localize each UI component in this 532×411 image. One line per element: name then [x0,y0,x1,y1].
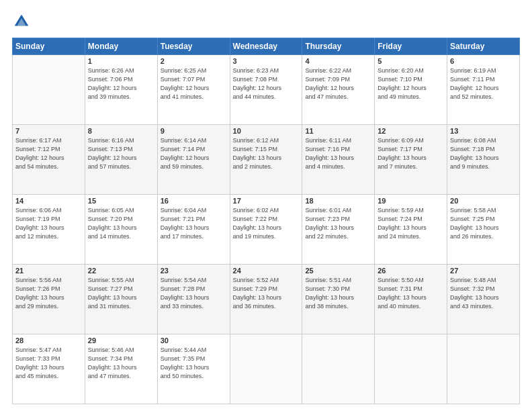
day-number: 3 [233,57,300,65]
cell-info: Sunrise: 5:44 AM Sunset: 7:35 PM Dayligh… [161,346,227,381]
calendar-cell: 12Sunrise: 6:09 AM Sunset: 7:17 PM Dayli… [375,125,447,195]
weekday-header-row: SundayMondayTuesdayWednesdayThursdayFrid… [13,38,520,55]
calendar-cell: 26Sunrise: 5:50 AM Sunset: 7:31 PM Dayli… [375,265,447,334]
calendar-cell: 2Sunrise: 6:25 AM Sunset: 7:07 PM Daylig… [157,55,230,125]
calendar-cell [375,334,447,404]
day-number: 25 [305,267,371,275]
calendar-cell: 1Sunrise: 6:26 AM Sunset: 7:06 PM Daylig… [85,55,157,125]
calendar-cell: 29Sunrise: 5:46 AM Sunset: 7:34 PM Dayli… [85,334,157,404]
cell-info: Sunrise: 6:17 AM Sunset: 7:12 PM Dayligh… [15,136,82,171]
calendar-cell: 16Sunrise: 6:04 AM Sunset: 7:21 PM Dayli… [157,195,230,265]
cell-info: Sunrise: 6:23 AM Sunset: 7:08 PM Dayligh… [233,66,300,101]
calendar-cell: 20Sunrise: 5:58 AM Sunset: 7:25 PM Dayli… [447,195,520,265]
day-number: 16 [161,197,227,205]
calendar-cell: 19Sunrise: 5:59 AM Sunset: 7:24 PM Dayli… [375,195,447,265]
calendar-cell: 17Sunrise: 6:02 AM Sunset: 7:22 PM Dayli… [230,195,302,265]
cell-info: Sunrise: 6:09 AM Sunset: 7:17 PM Dayligh… [378,136,444,171]
cell-info: Sunrise: 6:06 AM Sunset: 7:19 PM Dayligh… [15,206,82,241]
cell-info: Sunrise: 5:58 AM Sunset: 7:25 PM Dayligh… [450,206,517,241]
calendar-cell: 8Sunrise: 6:16 AM Sunset: 7:13 PM Daylig… [85,125,157,195]
day-number: 10 [233,127,300,135]
day-number: 27 [450,267,517,275]
calendar-week-row: 14Sunrise: 6:06 AM Sunset: 7:19 PM Dayli… [13,195,520,265]
calendar-cell: 28Sunrise: 5:47 AM Sunset: 7:33 PM Dayli… [13,334,85,404]
calendar-cell: 4Sunrise: 6:22 AM Sunset: 7:09 PM Daylig… [302,55,375,125]
weekday-header-thursday: Thursday [302,38,375,55]
calendar-cell: 23Sunrise: 5:54 AM Sunset: 7:28 PM Dayli… [157,265,230,334]
cell-info: Sunrise: 6:12 AM Sunset: 7:15 PM Dayligh… [233,136,300,171]
weekday-header-wednesday: Wednesday [230,38,302,55]
cell-info: Sunrise: 6:08 AM Sunset: 7:18 PM Dayligh… [450,136,517,171]
calendar-week-row: 7Sunrise: 6:17 AM Sunset: 7:12 PM Daylig… [13,125,520,195]
day-number: 22 [88,267,154,275]
weekday-header-friday: Friday [375,38,447,55]
day-number: 21 [15,267,82,275]
day-number: 12 [378,127,444,135]
calendar-week-row: 21Sunrise: 5:56 AM Sunset: 7:26 PM Dayli… [13,265,520,334]
day-number: 8 [88,127,154,135]
cell-info: Sunrise: 5:52 AM Sunset: 7:29 PM Dayligh… [233,276,300,311]
cell-info: Sunrise: 5:51 AM Sunset: 7:30 PM Dayligh… [305,276,371,311]
cell-info: Sunrise: 6:11 AM Sunset: 7:16 PM Dayligh… [305,136,371,171]
day-number: 26 [378,267,444,275]
cell-info: Sunrise: 6:25 AM Sunset: 7:07 PM Dayligh… [161,66,227,101]
day-number: 18 [305,197,371,205]
day-number: 15 [88,197,154,205]
calendar-cell: 7Sunrise: 6:17 AM Sunset: 7:12 PM Daylig… [13,125,85,195]
day-number: 20 [450,197,517,205]
calendar-cell: 30Sunrise: 5:44 AM Sunset: 7:35 PM Dayli… [157,334,230,404]
calendar-cell [13,55,85,125]
day-number: 13 [450,127,517,135]
day-number: 4 [305,57,371,65]
cell-info: Sunrise: 5:54 AM Sunset: 7:28 PM Dayligh… [161,276,227,311]
day-number: 2 [161,57,227,65]
calendar-cell [230,334,302,404]
cell-info: Sunrise: 5:46 AM Sunset: 7:34 PM Dayligh… [88,346,154,381]
day-number: 1 [88,57,154,65]
calendar-table: SundayMondayTuesdayWednesdayThursdayFrid… [12,38,520,404]
day-number: 24 [233,267,300,275]
cell-info: Sunrise: 5:56 AM Sunset: 7:26 PM Dayligh… [15,276,82,311]
day-number: 23 [161,267,227,275]
header [12,12,520,31]
calendar-cell: 27Sunrise: 5:48 AM Sunset: 7:32 PM Dayli… [447,265,520,334]
day-number: 28 [15,336,82,345]
weekday-header-monday: Monday [85,38,157,55]
calendar-cell [447,334,520,404]
day-number: 9 [161,127,227,135]
calendar-cell: 13Sunrise: 6:08 AM Sunset: 7:18 PM Dayli… [447,125,520,195]
weekday-header-saturday: Saturday [447,38,520,55]
cell-info: Sunrise: 6:22 AM Sunset: 7:09 PM Dayligh… [305,66,371,101]
weekday-header-sunday: Sunday [13,38,85,55]
cell-info: Sunrise: 6:16 AM Sunset: 7:13 PM Dayligh… [88,136,154,171]
calendar-cell: 3Sunrise: 6:23 AM Sunset: 7:08 PM Daylig… [230,55,302,125]
day-number: 19 [378,197,444,205]
cell-info: Sunrise: 6:26 AM Sunset: 7:06 PM Dayligh… [88,66,154,101]
cell-info: Sunrise: 6:04 AM Sunset: 7:21 PM Dayligh… [161,206,227,241]
calendar-cell: 14Sunrise: 6:06 AM Sunset: 7:19 PM Dayli… [13,195,85,265]
calendar-cell: 21Sunrise: 5:56 AM Sunset: 7:26 PM Dayli… [13,265,85,334]
calendar-week-row: 1Sunrise: 6:26 AM Sunset: 7:06 PM Daylig… [13,55,520,125]
day-number: 29 [88,336,154,345]
calendar-cell: 5Sunrise: 6:20 AM Sunset: 7:10 PM Daylig… [375,55,447,125]
day-number: 11 [305,127,371,135]
cell-info: Sunrise: 5:50 AM Sunset: 7:31 PM Dayligh… [378,276,444,311]
day-number: 17 [233,197,300,205]
day-number: 14 [15,197,82,205]
day-number: 5 [378,57,444,65]
day-number: 6 [450,57,517,65]
calendar-cell: 18Sunrise: 6:01 AM Sunset: 7:23 PM Dayli… [302,195,375,265]
cell-info: Sunrise: 6:20 AM Sunset: 7:10 PM Dayligh… [378,66,444,101]
logo [12,12,34,31]
calendar-cell: 10Sunrise: 6:12 AM Sunset: 7:15 PM Dayli… [230,125,302,195]
calendar-cell: 11Sunrise: 6:11 AM Sunset: 7:16 PM Dayli… [302,125,375,195]
cell-info: Sunrise: 5:55 AM Sunset: 7:27 PM Dayligh… [88,276,154,311]
calendar-cell: 24Sunrise: 5:52 AM Sunset: 7:29 PM Dayli… [230,265,302,334]
cell-info: Sunrise: 5:59 AM Sunset: 7:24 PM Dayligh… [378,206,444,241]
cell-info: Sunrise: 6:05 AM Sunset: 7:20 PM Dayligh… [88,206,154,241]
calendar-cell: 9Sunrise: 6:14 AM Sunset: 7:14 PM Daylig… [157,125,230,195]
cell-info: Sunrise: 6:19 AM Sunset: 7:11 PM Dayligh… [450,66,517,101]
calendar-cell: 25Sunrise: 5:51 AM Sunset: 7:30 PM Dayli… [302,265,375,334]
calendar-cell: 22Sunrise: 5:55 AM Sunset: 7:27 PM Dayli… [85,265,157,334]
calendar-cell [302,334,375,404]
